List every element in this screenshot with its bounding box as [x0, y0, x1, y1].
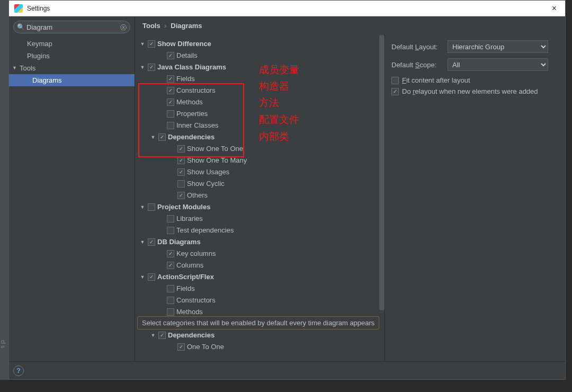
breadcrumb-separator: › — [162, 22, 168, 30]
label-show-cyclic: Show Cyclic — [187, 179, 225, 189]
breadcrumb-leaf: Diagrams — [171, 22, 202, 30]
checkbox-as-fields[interactable] — [167, 285, 174, 292]
chevron-down-icon[interactable]: ▼ — [139, 39, 146, 49]
checkbox-show-usages[interactable] — [177, 168, 185, 176]
clear-search-icon[interactable]: ⓧ — [120, 23, 127, 32]
sidebar-item-plugins[interactable]: Plugins — [9, 50, 135, 62]
checkbox-others[interactable] — [177, 192, 185, 199]
ide-sidebar-tab: cl s — [0, 340, 6, 348]
label-as-ctors: Constructors — [176, 296, 216, 305]
label-fit-content: Fit content after layout — [402, 76, 470, 84]
checkbox-details[interactable] — [167, 52, 174, 59]
checkbox-test-deps[interactable] — [167, 227, 174, 234]
chevron-down-icon: ▼ — [12, 65, 17, 70]
annotation-inner-class: 内部类 — [259, 130, 289, 144]
label-as-deps: Dependencies — [168, 331, 215, 340]
checkbox-fit-content[interactable] — [391, 77, 399, 84]
default-layout-select[interactable]: Hierarchic Group — [448, 40, 548, 53]
app-icon — [14, 4, 23, 13]
annotation-box — [138, 83, 244, 157]
label-as-flex: ActionScript/Flex — [157, 272, 214, 282]
label-key-columns: Key columns — [176, 249, 216, 259]
label-db-diagrams: DB Diagrams — [157, 237, 201, 247]
label-java-class: Java Class Diagrams — [157, 63, 226, 72]
chevron-down-icon[interactable]: ▼ — [139, 63, 146, 72]
checkbox-as-deps[interactable] — [158, 332, 166, 339]
label-details: Details — [176, 51, 198, 60]
annotation-constructor: 构造器 — [259, 79, 289, 93]
checkbox-db-diagrams[interactable] — [148, 238, 155, 246]
checkbox-java-class[interactable] — [148, 64, 155, 71]
label-libraries: Libraries — [176, 214, 203, 224]
annotation-config: 配置文件 — [259, 113, 299, 127]
checkbox-show-cyclic[interactable] — [177, 180, 185, 188]
label-fields: Fields — [176, 74, 195, 84]
checkbox-as-ctors[interactable] — [167, 297, 174, 304]
label-test-deps: Test dependencies — [176, 226, 234, 235]
chevron-down-icon[interactable]: ▼ — [139, 202, 146, 212]
sidebar-item-keymap[interactable]: Keymap — [9, 38, 135, 50]
checkbox-fields[interactable] — [167, 75, 174, 83]
checkbox-key-columns[interactable] — [167, 250, 174, 257]
settings-sidebar: 🔍 ⓧ Keymap Plugins ▼Tools Diagrams — [9, 16, 135, 361]
window-title: Settings — [27, 5, 50, 12]
label-as-methods: Methods — [176, 307, 203, 317]
search-box[interactable]: 🔍 ⓧ — [13, 21, 130, 33]
scroll-thumb[interactable] — [379, 35, 385, 310]
close-icon[interactable]: × — [549, 4, 560, 13]
chevron-down-icon[interactable]: ▼ — [150, 331, 156, 340]
sidebar-item-tools[interactable]: ▼Tools — [9, 62, 135, 74]
checkbox-show-one-to-many[interactable] — [177, 157, 185, 164]
checkbox-as-flex[interactable] — [148, 273, 155, 281]
label-others: Others — [187, 191, 208, 200]
label-as-one-to-one: One To One — [187, 342, 224, 352]
search-input[interactable] — [25, 23, 115, 32]
default-scope-select[interactable]: All — [448, 58, 548, 71]
annotation-member-vars: 成员变量 — [259, 63, 299, 77]
default-scope-label: Default Scope: — [391, 61, 442, 69]
tree-scrollbar[interactable] — [379, 35, 385, 337]
checkbox-libraries[interactable] — [167, 215, 174, 222]
chevron-down-icon[interactable]: ▼ — [139, 237, 146, 247]
help-icon[interactable]: ? — [13, 366, 24, 376]
chevron-down-icon[interactable]: ▼ — [139, 272, 146, 282]
label-columns: Columns — [176, 261, 203, 270]
sidebar-item-diagrams[interactable]: Diagrams — [9, 74, 135, 86]
checkbox-columns[interactable] — [167, 262, 174, 269]
checkbox-as-methods[interactable] — [167, 308, 174, 316]
sidebar-label-tools: Tools — [20, 64, 35, 72]
label-show-difference: Show Difference — [157, 39, 211, 49]
label-show-usages: Show Usages — [187, 167, 229, 177]
checkbox-do-relayout[interactable] — [391, 88, 399, 95]
breadcrumb: Tools › Diagrams — [135, 16, 565, 35]
default-layout-label: Default Layout: — [391, 43, 442, 51]
label-as-fields: Fields — [176, 284, 195, 293]
label-project-modules: Project Modules — [157, 202, 210, 212]
checkbox-project-modules[interactable] — [148, 203, 155, 211]
search-icon: 🔍 — [17, 23, 25, 31]
checkbox-as-one-to-one[interactable] — [177, 343, 185, 351]
checkbox-show-difference[interactable] — [148, 40, 155, 48]
hint-text: Select categories that will be enabled b… — [137, 316, 379, 329]
annotation-method: 方法 — [259, 96, 279, 110]
options-pane: Default Layout: Hierarchic Group Default… — [385, 35, 565, 361]
breadcrumb-parent: Tools — [142, 22, 160, 30]
titlebar: Settings × — [9, 1, 565, 16]
label-do-relayout: Do relayout when new elements were added — [402, 87, 538, 95]
